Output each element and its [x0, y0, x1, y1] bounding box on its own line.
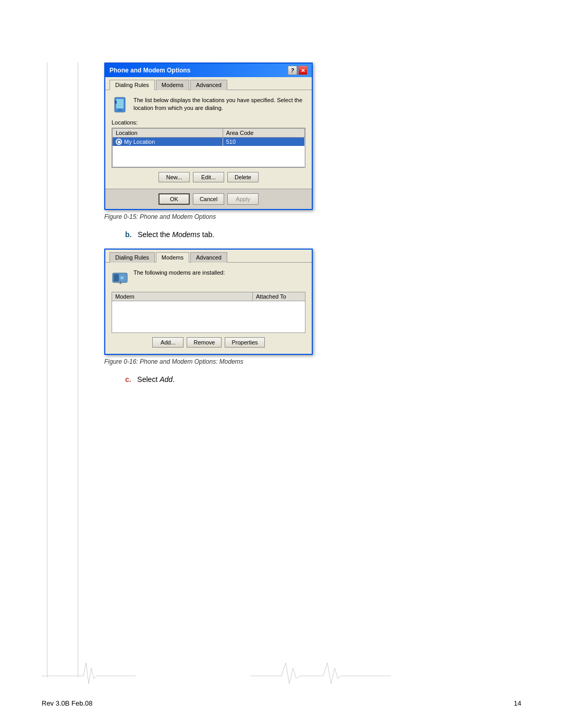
footer-right: 14 — [514, 699, 521, 707]
figure-1-caption: Figure 0-15: Phone and Modem Options — [104, 213, 532, 220]
dialog-footer: OK Cancel Apply — [105, 189, 312, 209]
help-button[interactable]: ? — [288, 66, 297, 75]
svg-rect-8 — [119, 283, 122, 284]
tab2-dialing-rules[interactable]: Dialing Rules — [109, 252, 155, 263]
dialog2-tabs: Dialing Rules Modems Advanced — [105, 250, 312, 263]
modem-list-area: Modem Attached To — [112, 292, 305, 333]
main-content: Phone and Modem Options ? ✕ Dialing Rule… — [104, 31, 563, 385]
step-c: c. Select Add. — [125, 374, 532, 385]
tab-dialing-rules[interactable]: Dialing Rules — [109, 80, 155, 90]
area-code-cell: 510 — [223, 138, 304, 146]
tab2-advanced[interactable]: Advanced — [190, 252, 227, 263]
empty-row — [113, 146, 305, 167]
col-modem: Modem — [112, 292, 253, 301]
radio-button — [116, 139, 122, 145]
add-button[interactable]: Add... — [152, 337, 183, 348]
radio-cell: My Location — [116, 139, 219, 145]
footer-left: Rev 3.0B Feb.08 — [42, 699, 93, 707]
dialog2-info-row: The following modems are installed: — [112, 269, 305, 286]
svg-rect-1 — [116, 99, 124, 108]
dialog-title: Phone and Modem Options — [109, 67, 190, 74]
step-c-text-after: . — [173, 375, 175, 384]
col-area-code: Area Code — [223, 129, 304, 138]
dialog-button-row: New... Edit... Delete — [112, 172, 305, 182]
phone-icon — [112, 96, 128, 113]
heartbeat-decoration — [0, 655, 563, 686]
close-button[interactable]: ✕ — [298, 66, 308, 75]
step-b-text-after: tab. — [200, 230, 214, 239]
table-row[interactable]: My Location 510 — [113, 138, 305, 146]
locations-label: Locations: — [112, 119, 305, 126]
svg-rect-5 — [114, 274, 119, 281]
dialog2-button-row: Add... Remove Properties — [112, 337, 305, 348]
dialog-titlebar: Phone and Modem Options ? ✕ — [105, 64, 312, 77]
remove-button[interactable]: Remove — [187, 337, 222, 348]
location-cell: My Location — [113, 138, 223, 146]
titlebar-buttons: ? ✕ — [288, 66, 308, 75]
step-c-italic: Add — [160, 375, 173, 384]
ok-button[interactable]: OK — [158, 193, 190, 205]
modem-empty-body — [112, 301, 305, 332]
edit-button[interactable]: Edit... — [193, 172, 224, 182]
tab-modems[interactable]: Modems — [156, 80, 189, 90]
radio-dot — [118, 141, 120, 143]
modem-table-header: Modem Attached To — [112, 292, 305, 301]
modems-dialog: Dialing Rules Modems Advanced — [104, 249, 313, 355]
step-b-letter: b. — [125, 230, 131, 239]
dialog2-info-text: The following modems are installed: — [133, 269, 225, 277]
page-container: Phone and Modem Options ? ✕ Dialing Rule… — [0, 0, 563, 728]
svg-point-6 — [120, 276, 124, 279]
svg-rect-7 — [120, 281, 121, 283]
tab2-modems[interactable]: Modems — [156, 252, 189, 263]
delete-button[interactable]: Delete — [227, 172, 259, 182]
tab-advanced[interactable]: Advanced — [190, 80, 227, 90]
info-row: The list below displays the locations yo… — [112, 96, 305, 113]
dialog-tabs: Dialing Rules Modems Advanced — [105, 77, 312, 90]
sidebar-decoration — [47, 63, 78, 677]
apply-button[interactable]: Apply — [227, 193, 259, 205]
locations-table: Location Area Code — [112, 128, 305, 167]
locations-table-container: Location Area Code — [112, 128, 305, 168]
cancel-button[interactable]: Cancel — [193, 193, 224, 205]
step-c-text: Select — [137, 375, 160, 384]
col-location: Location — [113, 129, 223, 138]
new-button[interactable]: New... — [158, 172, 190, 182]
dialog2-body: The following modems are installed: Mode… — [105, 263, 312, 354]
step-c-letter: c. — [125, 375, 131, 384]
step-b-text: Select the — [138, 230, 172, 239]
step-b-italic: Modems — [172, 230, 200, 239]
dialog-body: The list below displays the locations yo… — [105, 90, 312, 189]
step-b: b. Select the Modems tab. — [125, 229, 532, 240]
dialog-info-text: The list below displays the locations yo… — [133, 96, 305, 113]
svg-rect-2 — [118, 109, 122, 110]
figure-2-caption: Figure 0-16: Phone and Modem Options: Mo… — [104, 358, 532, 365]
col-attached-to: Attached To — [253, 292, 305, 301]
page-footer: Rev 3.0B Feb.08 14 — [0, 699, 563, 707]
location-name: My Location — [124, 139, 155, 145]
properties-button[interactable]: Properties — [225, 337, 264, 348]
modem-icon — [112, 269, 128, 286]
phone-modem-dialog: Phone and Modem Options ? ✕ Dialing Rule… — [104, 63, 313, 210]
empty-cell — [113, 146, 305, 167]
svg-rect-3 — [115, 101, 117, 104]
